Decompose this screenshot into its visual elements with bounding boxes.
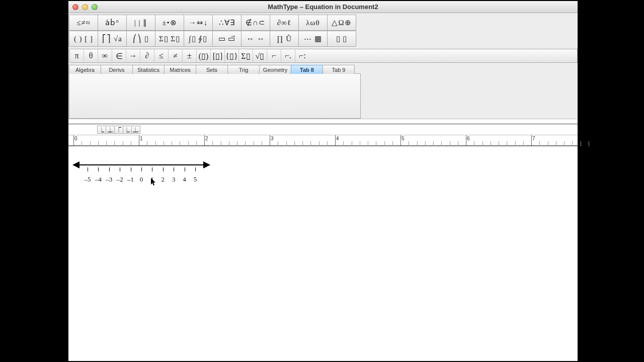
tab-panel <box>69 73 361 119</box>
symbol-btn-13[interactable]: √▯ <box>253 49 267 62</box>
symbol-btn-4[interactable]: → <box>126 49 140 62</box>
palette-btn-r1-0[interactable]: ≤≠≈ <box>69 15 98 31</box>
divider <box>68 119 578 124</box>
symbol-row: πθ∞∈→∂≤≠±(▯)[▯]{▯}Σ▯√▯⌐⌐.⌐: <box>69 49 578 63</box>
tab-trig[interactable]: Trig <box>227 65 260 74</box>
palette-btn-r1-2[interactable]: | | ∥ <box>126 15 155 31</box>
number-line-label-5: 0 <box>140 175 143 184</box>
palette-btn-r2-1[interactable]: ⎡⎤ √a <box>98 31 127 47</box>
palette-row-2: ( ) [ ]⎡⎤ √a⎛⎞ ▯Σ▯ Σ▯∫▯ ∮▯▭ ▭⃗↔ ↔∏ Û⋯ ▦▯… <box>69 31 578 47</box>
palette-btn-r1-5[interactable]: ∴∀∃ <box>212 15 242 31</box>
symbol-btn-14[interactable]: ⌐ <box>267 49 281 62</box>
palette-rows: ≤≠≈ȧḃ°| | ∥±•⊗→⇔↓∴∀∃∉∩⊂∂∞ℓλωθ△Ω⊕ ( ) [ ]… <box>69 15 578 47</box>
symbol-btn-6[interactable]: ≤ <box>154 49 169 62</box>
minimize-button[interactable] <box>82 4 88 10</box>
tab-matrices[interactable]: Matrices <box>164 65 196 74</box>
palette-btn-r1-8[interactable]: λωθ <box>298 15 328 31</box>
palette-btn-r1-7[interactable]: ∂∞ℓ <box>270 15 299 31</box>
mouse-cursor-icon <box>150 177 156 187</box>
palette-btn-r2-6[interactable]: ↔ ↔ <box>241 31 270 47</box>
ruler-label-2: 2 <box>205 136 208 141</box>
palette-btn-r2-2[interactable]: ⎛⎞ ▯ <box>126 31 155 47</box>
ruler-label-6: 6 <box>467 136 470 141</box>
ruler-label-4: 4 <box>336 136 339 141</box>
palette-btn-r2-7[interactable]: ∏ Û <box>270 31 299 47</box>
tabs-row: AlgebraDerivsStatisticsMatricesSetsTrigG… <box>69 65 578 74</box>
number-line-label-4: –1 <box>127 175 134 184</box>
toolbars: ≤≠≈ȧḃ°| | ∥±•⊗→⇔↓∴∀∃∉∩⊂∂∞ℓλωθ△Ω⊕ ( ) [ ]… <box>68 13 578 119</box>
symbol-btn-1[interactable]: θ <box>84 49 98 62</box>
tab-geometry[interactable]: Geometry <box>259 65 291 74</box>
tabstop-decimal[interactable]: ⎿. <box>123 126 132 134</box>
ruler-label-5: 5 <box>401 136 405 141</box>
palette-btn-r2-9[interactable]: ▯ ▯ <box>327 31 356 47</box>
symbol-btn-10[interactable]: [▯] <box>211 49 225 62</box>
tabstop-left[interactable]: ⎿ <box>97 126 106 134</box>
symbol-btn-7[interactable]: ≠ <box>169 49 183 62</box>
tabstop-center[interactable]: ⏊ <box>106 126 115 134</box>
number-line-graphic: –5–4–3–2–1012345 <box>73 161 209 187</box>
arrow-left-icon <box>72 161 79 168</box>
ruler[interactable]: 01234567 <box>68 135 578 146</box>
number-line-label-0: –5 <box>85 175 91 184</box>
tabstop-bar[interactable]: ⏊. <box>131 126 140 134</box>
symbol-btn-16[interactable]: ⌐: <box>295 49 309 62</box>
number-line-label-7: 2 <box>162 175 165 184</box>
symbol-btn-0[interactable]: π <box>70 49 84 62</box>
app-window: MathType – Equation in Document2 ≤≠≈ȧḃ°|… <box>68 1 578 361</box>
palette-btn-r2-4[interactable]: ∫▯ ∮▯ <box>184 31 213 47</box>
tab-tab-9[interactable]: Tab 9 <box>323 65 355 74</box>
symbol-btn-5[interactable]: ∂ <box>140 49 154 62</box>
palette-row-1: ≤≠≈ȧḃ°| | ∥±•⊗→⇔↓∴∀∃∉∩⊂∂∞ℓλωθ△Ω⊕ <box>69 15 578 31</box>
number-line-label-8: 3 <box>172 175 176 184</box>
symbol-btn-8[interactable]: ± <box>183 49 197 62</box>
palette-btn-r1-3[interactable]: ±•⊗ <box>155 15 184 31</box>
number-line-label-2: –3 <box>106 175 112 184</box>
palette-btn-r2-3[interactable]: Σ▯ Σ▯ <box>155 31 184 47</box>
editor-canvas[interactable]: –5–4–3–2–1012345 <box>68 146 578 361</box>
symbol-btn-15[interactable]: ⌐. <box>281 49 295 62</box>
number-line-label-9: 4 <box>183 175 186 184</box>
palette-btn-r1-6[interactable]: ∉∩⊂ <box>241 15 270 31</box>
ruler-label-3: 3 <box>271 136 274 141</box>
ruler-label-7: 7 <box>532 136 535 141</box>
palette-btn-r1-1[interactable]: ȧḃ° <box>98 15 127 31</box>
tab-algebra[interactable]: Algebra <box>69 65 101 74</box>
symbol-btn-9[interactable]: (▯) <box>197 49 211 62</box>
tab-sets[interactable]: Sets <box>196 65 228 74</box>
ruler-label-1: 1 <box>140 136 143 141</box>
number-line-label-3: –2 <box>117 175 123 184</box>
symbol-btn-3[interactable]: ∈ <box>112 49 126 62</box>
palette-btn-r2-8[interactable]: ⋯ ▦ <box>298 31 328 47</box>
window-title: MathType – Equation in Document2 <box>268 3 378 11</box>
number-line-label-10: 5 <box>194 175 197 184</box>
symbol-btn-12[interactable]: Σ▯ <box>239 49 253 62</box>
ruler-label-0: 0 <box>74 136 77 141</box>
close-button[interactable] <box>72 4 78 10</box>
zoom-button[interactable] <box>92 4 98 10</box>
palette-btn-r1-9[interactable]: △Ω⊕ <box>327 15 356 31</box>
palette-btn-r2-5[interactable]: ▭ ▭⃗ <box>212 31 242 47</box>
tab-derivs[interactable]: Derivs <box>101 65 133 74</box>
traffic-lights <box>72 4 98 10</box>
tabstops-bar: ⎿ ⏊ ⎾ ⎿. ⏊. <box>68 124 578 135</box>
symbol-btn-2[interactable]: ∞ <box>98 49 112 62</box>
number-line-axis <box>73 164 209 165</box>
symbol-btn-11[interactable]: {▯} <box>225 49 239 62</box>
number-line-label-1: –4 <box>95 175 102 184</box>
titlebar: MathType – Equation in Document2 <box>68 1 578 13</box>
palette-btn-r1-4[interactable]: →⇔↓ <box>184 15 213 31</box>
palette-btn-r2-0[interactable]: ( ) [ ] <box>69 31 98 47</box>
tabstop-right[interactable]: ⎾ <box>114 126 123 134</box>
arrow-right-icon <box>203 161 210 168</box>
tab-tab-8[interactable]: Tab 8 <box>291 65 323 74</box>
tab-statistics[interactable]: Statistics <box>132 65 165 74</box>
